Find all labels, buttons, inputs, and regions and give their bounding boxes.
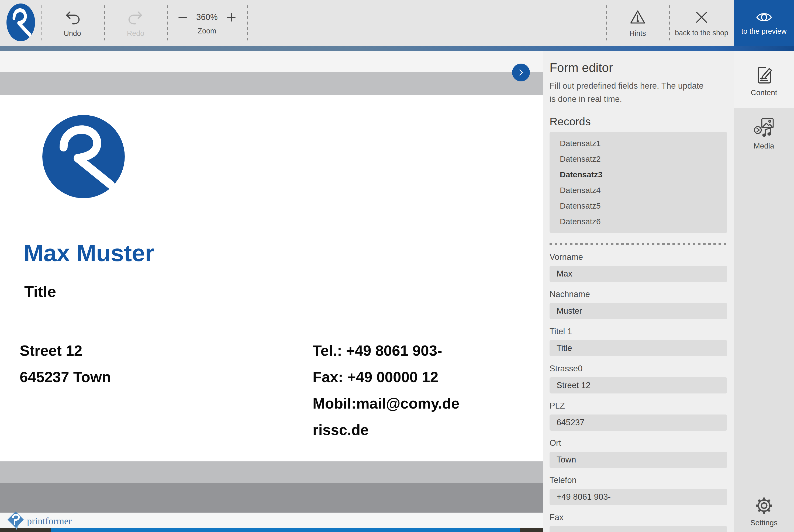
field-label: Titel 1 [550, 327, 727, 337]
field-label: Fax [550, 513, 727, 523]
card-contact-line: Tel.: +49 8061 903- [313, 337, 459, 364]
gear-icon [754, 496, 774, 515]
field-input-telefon[interactable] [550, 489, 727, 505]
sidebar-rail: Content Media [734, 51, 794, 532]
bottom-progress-strip [0, 528, 543, 532]
record-item[interactable]: Datensatz4 [550, 183, 727, 198]
bottom-strip-dark-right [520, 528, 543, 532]
design-canvas: Max Muster Title Street 12 645237 Town T… [0, 51, 543, 532]
to-preview-label: to the preview [741, 27, 787, 36]
printformer-logo-icon [6, 510, 25, 530]
canvas-gray-band-bottom-dark [0, 483, 543, 513]
media-icon [753, 117, 775, 138]
redo-button[interactable]: Redo [104, 0, 167, 46]
card-contact-line: Mobil:mail@comy.de [313, 390, 459, 417]
tab-content-label: Content [751, 89, 777, 97]
record-item[interactable]: Datensatz2 [550, 151, 727, 167]
field-input-titel-1[interactable] [550, 340, 727, 356]
accent-bar [0, 46, 794, 51]
field-input-nachname[interactable] [550, 303, 727, 319]
field-input-ort[interactable] [550, 452, 727, 468]
card-address-block: Street 12 645237 Town [20, 337, 111, 390]
form-field-group: Strasse0 [550, 364, 727, 394]
card-contact-block: Tel.: +49 8061 903- Fax: +49 00000 12 Mo… [313, 337, 459, 443]
panel-description: Fill out predefined fields here. The upd… [550, 79, 711, 106]
bottom-strip-blue [51, 528, 520, 532]
undo-icon [64, 9, 81, 25]
app-logo-icon [6, 3, 35, 41]
field-label: Ort [550, 438, 727, 449]
form-field-group: Nachname [550, 289, 727, 319]
collapse-panel-button[interactable] [512, 63, 530, 81]
back-to-shop-label: back to the shop [675, 29, 728, 37]
form-field-group: Fax [550, 513, 727, 532]
panel-title: Form editor [550, 60, 727, 75]
undo-label: Undo [63, 30, 81, 38]
zoom-controls: 360% Zoom [167, 0, 247, 46]
printformer-wordmark: printformer [27, 515, 72, 527]
form-field-group: Telefon [550, 475, 727, 505]
eye-icon [755, 11, 773, 23]
card-company-logo-icon [41, 115, 126, 198]
record-item[interactable]: Datensatz5 [550, 198, 727, 214]
field-input-fax[interactable] [550, 526, 727, 532]
back-to-shop-button[interactable]: back to the shop [669, 0, 734, 46]
toolbar: Undo Redo 360% Zoom [0, 0, 794, 46]
field-input-vorname[interactable] [550, 266, 727, 282]
record-item[interactable]: Datensatz3 [550, 167, 727, 183]
hints-button[interactable]: Hints [606, 0, 669, 46]
zoom-out-button[interactable] [177, 11, 189, 23]
undo-button[interactable]: Undo [41, 0, 104, 46]
settings-label: Settings [750, 518, 778, 527]
close-icon [694, 10, 710, 25]
redo-icon [127, 9, 144, 25]
record-item[interactable]: Datensatz1 [550, 136, 727, 151]
chevron-right-icon [516, 68, 526, 77]
zoom-in-button[interactable] [225, 11, 237, 23]
field-label: PLZ [550, 401, 727, 411]
footer-brand-strip [0, 513, 543, 528]
card-contact-line: Fax: +49 00000 12 [313, 364, 459, 390]
form-field-group: Titel 1 [550, 327, 727, 356]
warning-triangle-icon [629, 9, 646, 25]
toolbar-separator [247, 5, 248, 40]
hints-label: Hints [629, 30, 646, 38]
field-label: Vorname [550, 252, 727, 263]
canvas-gray-band-top [0, 72, 543, 95]
field-input-strasse0[interactable] [550, 377, 727, 394]
dashed-separator [550, 243, 727, 245]
to-preview-button[interactable]: to the preview [734, 0, 794, 46]
redo-label: Redo [127, 30, 145, 38]
field-input-plz[interactable] [550, 415, 727, 431]
field-label: Telefon [550, 475, 727, 486]
record-item[interactable]: Datensatz6 [550, 214, 727, 229]
card-address-line: Street 12 [20, 337, 111, 364]
field-label: Strasse0 [550, 364, 727, 374]
card-title-text: Title [24, 282, 56, 301]
field-label: Nachname [550, 289, 727, 300]
form-editor-panel: Form editor Fill out predefined fields h… [543, 51, 734, 532]
tab-media[interactable]: Media [734, 108, 794, 150]
card-contact-line: rissc.de [313, 417, 459, 443]
tab-media-label: Media [754, 142, 774, 150]
card-name-text: Max Muster [24, 239, 154, 267]
records-list: Datensatz1Datensatz2Datensatz3Datensatz4… [550, 132, 727, 233]
card-address-line: 645237 Town [20, 364, 111, 390]
canvas-gray-band-bottom-light [0, 461, 543, 483]
form-field-group: Vorname [550, 252, 727, 282]
tab-content[interactable]: Content [734, 51, 794, 108]
form-field-group: Ort [550, 438, 727, 468]
settings-button[interactable]: Settings [734, 496, 794, 527]
records-heading: Records [550, 115, 727, 128]
form-field-group: PLZ [550, 401, 727, 431]
form-fields: VornameNachnameTitel 1Strasse0PLZOrtTele… [550, 252, 727, 532]
content-icon [754, 65, 774, 85]
zoom-value: 360% [196, 13, 218, 22]
zoom-label: Zoom [197, 27, 216, 35]
